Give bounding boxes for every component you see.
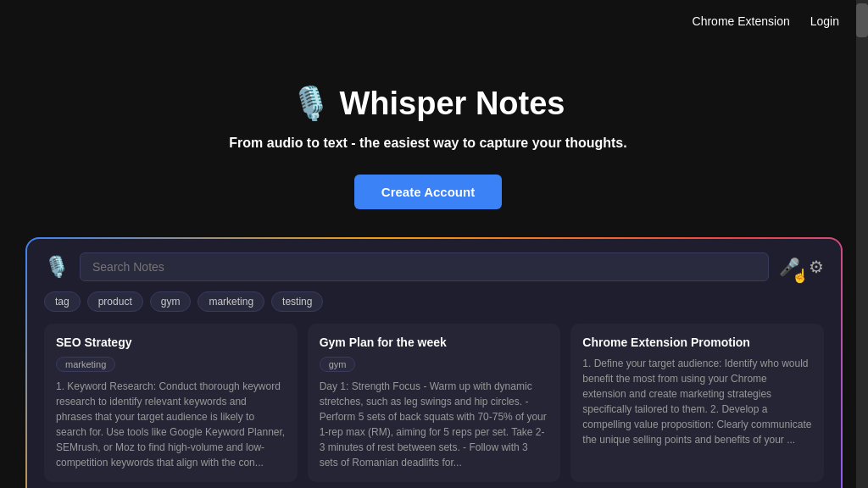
note-tag-badge: gym	[320, 357, 356, 372]
hero-subtitle: From audio to text - the easiest way to …	[229, 136, 626, 151]
note-content: 1. Keyword Research: Conduct thorough ke…	[56, 379, 286, 470]
scrollbar-thumb[interactable]	[856, 3, 868, 37]
header-icons: 🎤 ☝️ ⚙	[779, 257, 824, 277]
app-header: 🎙️ 🎤 ☝️ ⚙	[44, 252, 824, 281]
app-panel: 🎙️ 🎤 ☝️ ⚙ tagproductgymmarketingtesting …	[27, 239, 841, 488]
cursor-hand-icon: ☝️	[792, 268, 809, 284]
settings-icon[interactable]: ⚙	[809, 257, 824, 277]
chrome-extension-link[interactable]: Chrome Extension	[693, 14, 790, 28]
notes-grid: SEO Strategymarketing1. Keyword Research…	[44, 324, 824, 482]
note-card[interactable]: SEO Strategymarketing1. Keyword Research…	[44, 324, 298, 482]
tag-chip[interactable]: product	[87, 291, 143, 312]
login-link[interactable]: Login	[810, 14, 839, 28]
tag-chip[interactable]: tag	[44, 291, 81, 312]
hero-section: 🎙️ Whisper Notes From audio to text - th…	[0, 42, 856, 209]
app-name: Whisper Notes	[339, 86, 565, 122]
tag-chip[interactable]: marketing	[198, 291, 264, 312]
app-panel-wrapper: 🎙️ 🎤 ☝️ ⚙ tagproductgymmarketingtesting …	[25, 237, 843, 488]
app-logo-icon: 🎙️	[44, 255, 70, 279]
microphone-icon: 🎙️	[291, 85, 331, 122]
search-input[interactable]	[80, 252, 769, 281]
note-content: Day 1: Strength Focus - Warm up with dyn…	[320, 379, 549, 470]
hero-title: 🎙️ Whisper Notes	[291, 85, 565, 122]
top-nav: Chrome Extension Login	[0, 0, 856, 42]
tags-row: tagproductgymmarketingtesting	[44, 291, 824, 312]
tag-chip[interactable]: testing	[271, 291, 323, 312]
scrollbar[interactable]	[856, 0, 868, 488]
note-title: SEO Strategy	[56, 336, 286, 349]
create-account-button[interactable]: Create Account	[354, 175, 502, 209]
note-title: Chrome Extension Promotion	[582, 336, 812, 349]
note-card[interactable]: Gym Plan for the weekgymDay 1: Strength …	[308, 324, 561, 482]
tag-chip[interactable]: gym	[150, 291, 192, 312]
note-tag-badge: marketing	[56, 357, 115, 372]
note-content: 1. Define your target audience: Identify…	[582, 356, 812, 447]
mic-button-area[interactable]: 🎤 ☝️	[779, 257, 800, 277]
note-card[interactable]: Chrome Extension Promotion1. Define your…	[570, 324, 824, 482]
note-title: Gym Plan for the week	[320, 336, 549, 349]
